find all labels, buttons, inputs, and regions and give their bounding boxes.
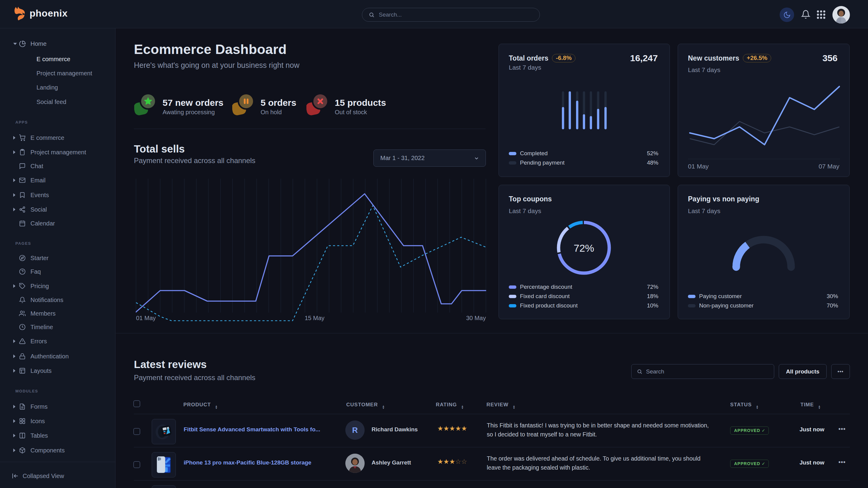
- svg-text:30 May: 30 May: [466, 315, 486, 321]
- svg-text:15 May: 15 May: [305, 315, 324, 321]
- svg-text:72%: 72%: [574, 242, 594, 254]
- svg-text:01 May: 01 May: [136, 315, 156, 321]
